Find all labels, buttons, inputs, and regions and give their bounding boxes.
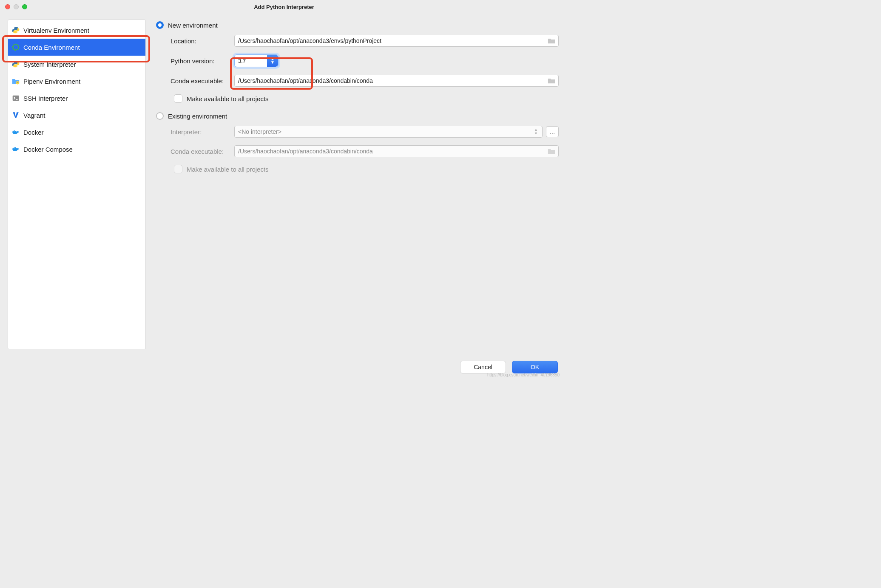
cancel-button[interactable]: Cancel bbox=[460, 361, 506, 373]
make-available-label: Make available to all projects bbox=[187, 95, 269, 102]
vagrant-icon bbox=[11, 111, 20, 119]
interpreter-type-sidebar: Virtualenv Environment Conda Environment… bbox=[8, 20, 146, 349]
sidebar-item-label: SSH Interpreter bbox=[23, 95, 68, 102]
conda-exec-label: Conda executable: bbox=[171, 77, 234, 85]
svg-rect-15 bbox=[14, 147, 15, 148]
svg-rect-13 bbox=[15, 148, 16, 149]
browse-folder-icon[interactable] bbox=[547, 76, 556, 86]
conda-exec-field-existing: /Users/haochaofan/opt/anaconda3/condabin… bbox=[234, 145, 559, 157]
sidebar-item-vagrant[interactable]: Vagrant bbox=[8, 107, 145, 124]
svg-rect-16 bbox=[15, 147, 16, 148]
python-icon bbox=[11, 26, 20, 34]
docker-icon bbox=[11, 128, 20, 136]
sidebar-item-docker[interactable]: Docker bbox=[8, 124, 145, 141]
svg-point-3 bbox=[14, 62, 15, 62]
docker-compose-icon bbox=[11, 145, 20, 153]
conda-exec-field[interactable]: /Users/haochaofan/opt/anaconda3/condabin… bbox=[234, 75, 559, 87]
svg-point-5 bbox=[16, 81, 20, 85]
radio-label: New environment bbox=[168, 22, 218, 29]
anaconda-icon bbox=[11, 43, 20, 51]
location-label: Location: bbox=[171, 37, 234, 45]
svg-rect-14 bbox=[16, 148, 17, 149]
folder-python-icon bbox=[11, 77, 20, 85]
svg-point-2 bbox=[13, 44, 19, 50]
radio-dot-icon bbox=[156, 21, 164, 29]
cancel-label: Cancel bbox=[474, 364, 492, 370]
sidebar-item-label: Pipenv Environment bbox=[23, 78, 80, 85]
watermark-text: https://blog.csdn.net/weixin_40196850 bbox=[487, 373, 560, 377]
stepper-icon: ▲▼ bbox=[534, 128, 538, 136]
interpreter-label: Interpreter: bbox=[171, 128, 234, 136]
conda-exec-value-existing: /Users/haochaofan/opt/anaconda3/condabin… bbox=[238, 148, 373, 155]
sidebar-item-label: Docker Compose bbox=[23, 146, 73, 153]
terminal-icon bbox=[11, 94, 20, 102]
make-available-checkbox-existing bbox=[174, 165, 182, 173]
sidebar-item-label: Docker bbox=[23, 129, 44, 136]
titlebar: Add Python Interpreter bbox=[0, 0, 568, 14]
dialog-footer: Cancel OK https://blog.csdn.net/weixin_4… bbox=[0, 355, 568, 379]
location-field[interactable]: /Users/haochaofan/opt/anaconda3/envs/pyt… bbox=[234, 35, 559, 47]
browse-folder-icon bbox=[547, 147, 556, 157]
svg-rect-12 bbox=[14, 148, 15, 149]
interpreter-value: <No interpreter> bbox=[238, 128, 281, 135]
make-available-checkbox[interactable] bbox=[174, 94, 182, 103]
sidebar-item-system[interactable]: System Interpreter bbox=[8, 56, 145, 73]
svg-rect-6 bbox=[13, 96, 19, 101]
sidebar-item-label: Virtualenv Environment bbox=[23, 27, 89, 34]
python-version-label: Python version: bbox=[171, 57, 234, 65]
sidebar-item-pipenv[interactable]: Pipenv Environment bbox=[8, 73, 145, 90]
svg-rect-9 bbox=[15, 131, 16, 132]
sidebar-item-label: Vagrant bbox=[23, 112, 45, 119]
radio-label: Existing environment bbox=[168, 113, 227, 120]
svg-rect-7 bbox=[13, 131, 14, 132]
python-icon bbox=[11, 60, 20, 68]
ok-label: OK bbox=[531, 364, 539, 370]
sidebar-item-label: System Interpreter bbox=[23, 61, 76, 68]
radio-existing-environment[interactable]: Existing environment bbox=[156, 112, 559, 120]
svg-rect-8 bbox=[14, 131, 15, 132]
content-panel: New environment Location: /Users/haochao… bbox=[146, 14, 568, 355]
sidebar-item-conda[interactable]: Conda Environment bbox=[8, 39, 145, 56]
python-version-select[interactable]: 3.7 ▲▼ bbox=[234, 54, 279, 67]
location-value: /Users/haochaofan/opt/anaconda3/envs/pyt… bbox=[238, 37, 381, 44]
svg-point-0 bbox=[14, 28, 15, 28]
svg-point-4 bbox=[17, 66, 17, 66]
interpreter-options-button: … bbox=[546, 126, 559, 137]
window-title: Add Python Interpreter bbox=[0, 4, 568, 10]
sidebar-item-docker-compose[interactable]: Docker Compose bbox=[8, 141, 145, 158]
python-version-value: 3.7 bbox=[238, 58, 246, 64]
sidebar-item-virtualenv[interactable]: Virtualenv Environment bbox=[8, 22, 145, 39]
radio-new-environment[interactable]: New environment bbox=[156, 21, 559, 29]
browse-folder-icon[interactable] bbox=[547, 37, 556, 46]
radio-dot-icon bbox=[156, 112, 164, 120]
conda-exec-value: /Users/haochaofan/opt/anaconda3/condabin… bbox=[238, 77, 373, 84]
svg-rect-11 bbox=[13, 148, 14, 149]
make-available-label-existing: Make available to all projects bbox=[187, 166, 269, 173]
conda-exec-label-existing: Conda executable: bbox=[171, 148, 234, 155]
select-knob-icon: ▲▼ bbox=[267, 55, 278, 67]
ok-button[interactable]: OK bbox=[512, 361, 558, 373]
svg-rect-10 bbox=[14, 130, 15, 131]
sidebar-item-label: Conda Environment bbox=[23, 44, 80, 51]
svg-point-1 bbox=[17, 32, 17, 32]
sidebar-item-ssh[interactable]: SSH Interpreter bbox=[8, 90, 145, 107]
interpreter-select: <No interpreter> ▲▼ bbox=[234, 126, 543, 138]
